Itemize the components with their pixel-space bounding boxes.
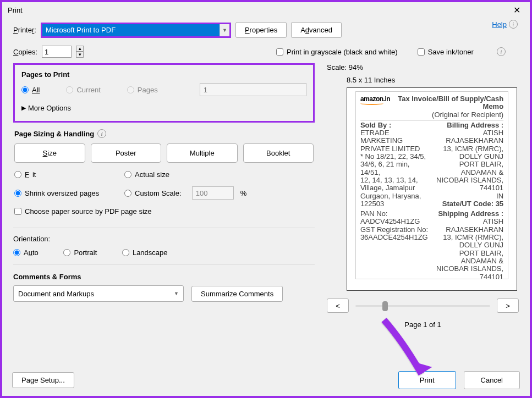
custom-scale-radio[interactable]: Custom Scale: % [124, 186, 314, 200]
booklet-tab[interactable]: Booklet [243, 143, 314, 163]
fit-radio[interactable]: Fit [14, 170, 124, 179]
chevron-down-icon: ▼ [220, 24, 229, 36]
page-setup-button[interactable]: Page Setup... [12, 372, 74, 388]
orientation-group: Orientation: Auto Portrait Landscape [13, 235, 315, 258]
triangle-right-icon: ▶ [21, 104, 26, 112]
custom-scale-input[interactable] [192, 186, 234, 200]
saveink-checkbox[interactable]: Save ink/toner [418, 48, 474, 56]
comments-forms-group: Comments & Forms Document and Markups ▼ … [13, 273, 315, 302]
multiple-tab[interactable]: Multiple [167, 143, 238, 163]
page-sizing-group: Page Sizing & Handling i Size Poster Mul… [13, 129, 315, 221]
pages-to-print-group: Pages to Print All Current Pages ▶ More … [13, 63, 315, 123]
orientation-label: Orientation: [13, 235, 315, 243]
pages-to-print-title: Pages to Print [21, 70, 306, 79]
print-preview: amazon.in Tax Invoice/Bill of Supply/Cas… [347, 87, 517, 291]
print-dialog: Print ✕ Help i Printer: Microsoft Print … [0, 0, 532, 398]
saveink-info-icon[interactable]: i [497, 47, 506, 56]
pages-pages-radio[interactable]: Pages [127, 86, 158, 94]
advanced-button[interactable]: Advanced [291, 22, 342, 38]
window-title: Print [4, 6, 23, 14]
printer-label: Printer: [13, 26, 36, 34]
properties-button[interactable]: Properties [235, 22, 287, 38]
pages-current-radio[interactable]: Current [66, 86, 100, 94]
comments-select[interactable]: Document and Markups ▼ [13, 285, 184, 302]
size-tab[interactable]: Size [14, 143, 85, 163]
sizing-info-icon[interactable]: i [97, 129, 106, 138]
copies-spin-up[interactable]: ▲ [76, 46, 84, 52]
choose-source-checkbox[interactable]: Choose paper source by PDF page size [14, 207, 314, 215]
next-page-button[interactable]: > [497, 298, 519, 313]
scale-label: Scale: 94% [327, 63, 519, 71]
summarize-button[interactable]: Summarize Comments [191, 286, 283, 302]
chevron-down-icon: ▼ [174, 291, 179, 296]
divider [13, 228, 315, 228]
titlebar: Print ✕ [2, 2, 530, 18]
divider [13, 264, 315, 265]
orient-portrait-radio[interactable]: Portrait [63, 248, 97, 257]
copies-input[interactable] [42, 46, 72, 58]
copies-label: Copies: [13, 48, 37, 56]
print-button[interactable]: Print [398, 371, 456, 389]
preview-page: amazon.in Tax Invoice/Bill of Supply/Cas… [355, 91, 508, 279]
paper-size-label: 8.5 x 11 Inches [347, 76, 519, 84]
page-indicator: Page 1 of 1 [327, 320, 519, 329]
help-link[interactable]: Help [492, 20, 507, 29]
printer-value: Microsoft Print to PDF [42, 24, 220, 36]
sizing-title: Page Sizing & Handling [14, 130, 94, 138]
shrink-radio[interactable]: Shrink oversized pages [14, 189, 124, 197]
actual-size-radio[interactable]: Actual size [124, 170, 314, 179]
preview-zoom-slider[interactable] [355, 300, 490, 312]
orient-landscape-radio[interactable]: Landscape [122, 248, 168, 257]
comments-title: Comments & Forms [13, 273, 315, 281]
pages-all-radio[interactable]: All [21, 86, 40, 94]
more-options-toggle[interactable]: ▶ More Options [21, 104, 306, 112]
orient-auto-radio[interactable]: Auto [13, 248, 39, 257]
cancel-button[interactable]: Cancel [464, 371, 520, 389]
pages-range-input[interactable] [200, 83, 306, 96]
printer-select[interactable]: Microsoft Print to PDF ▼ [41, 23, 231, 38]
copies-spin-down[interactable]: ▼ [76, 52, 84, 58]
prev-page-button[interactable]: < [327, 298, 349, 313]
grayscale-checkbox[interactable]: Print in grayscale (black and white) [276, 48, 398, 56]
close-button[interactable]: ✕ [506, 5, 528, 15]
poster-tab[interactable]: Poster [91, 143, 162, 163]
help-info-icon[interactable]: i [509, 20, 518, 29]
